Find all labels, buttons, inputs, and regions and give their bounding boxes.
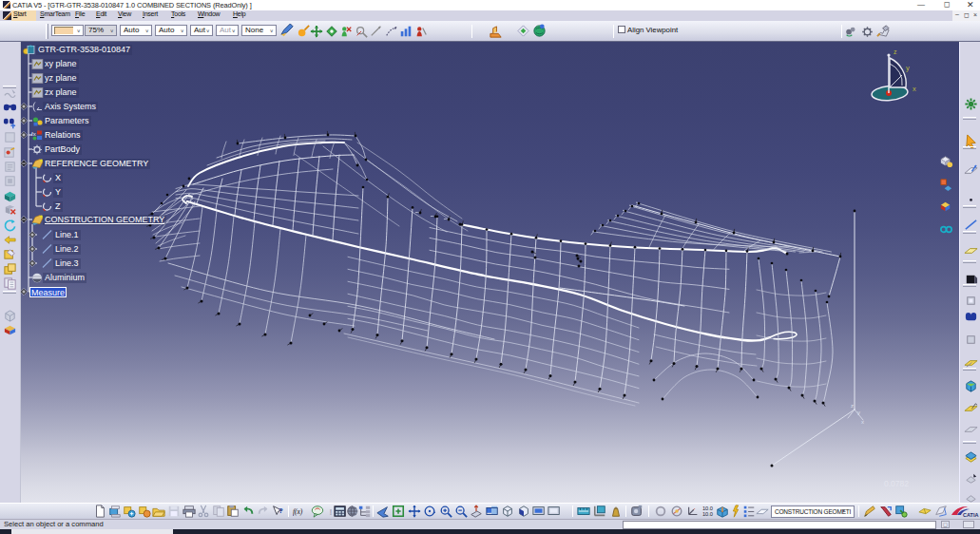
svg-text:10.0: 10.0	[702, 511, 713, 517]
svg-text:10.0: 10.0	[702, 505, 713, 511]
svg-text:CATIA: CATIA	[963, 512, 978, 518]
svg-text:f(x): f(x)	[293, 507, 303, 516]
svg-text:?: ?	[279, 506, 283, 515]
svg-text:fx: fx	[31, 131, 36, 137]
svg-text:!: !	[329, 507, 332, 517]
